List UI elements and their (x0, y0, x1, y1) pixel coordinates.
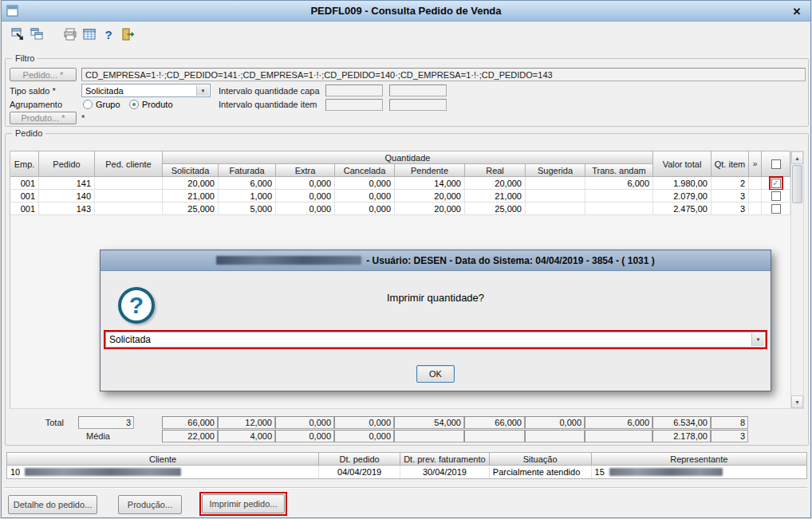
cell-pedido[interactable]: 141 (39, 177, 95, 190)
cell-pedido[interactable]: 143 (39, 202, 95, 215)
cell-cancelada[interactable]: 0,000 (335, 190, 395, 202)
print-button[interactable] (61, 25, 80, 44)
row-checkbox[interactable] (771, 191, 781, 201)
radio-grupo-icon[interactable] (83, 100, 93, 109)
column-header-dt-prev-faturamento[interactable]: Dt. prev. faturamento (400, 453, 490, 466)
cell-valor-total[interactable]: 1.980,00 (653, 177, 711, 190)
column-header-faturada[interactable]: Faturada (219, 164, 276, 177)
table-row[interactable]: 001 141 20,000 6,000 0,000 0,000 14,000 … (10, 177, 790, 190)
quantidade-combobox[interactable]: Solicitada ▼ (105, 332, 766, 348)
cell-pendente[interactable]: 20,000 (395, 202, 465, 215)
column-header-chevron[interactable]: » (749, 151, 762, 177)
column-header-representante[interactable]: Representante (592, 453, 806, 466)
column-header-trans-andam[interactable]: Trans. andam (585, 164, 653, 177)
cell-ped-cliente[interactable] (95, 177, 163, 190)
table-row[interactable]: 001 140 21,000 1,000 0,000 0,000 20,000 … (10, 190, 790, 202)
radio-grupo[interactable]: Grupo (83, 98, 120, 111)
cell-faturada[interactable]: 6,000 (219, 177, 276, 190)
radio-produto-icon[interactable] (129, 100, 139, 109)
cell-real[interactable]: 25,000 (465, 202, 526, 215)
cell-real[interactable]: 21,000 (465, 190, 526, 202)
column-header-qt-item[interactable]: Qt. item (711, 151, 749, 177)
column-header-pendente[interactable]: Pendente (395, 164, 465, 177)
pedido-filter-button[interactable]: Pedido... * (10, 68, 77, 81)
close-icon[interactable]: ✕ (789, 4, 805, 18)
exit-button[interactable] (118, 25, 137, 44)
column-header-real[interactable]: Real (465, 164, 526, 177)
cell-valor-total[interactable]: 2.475,00 (653, 202, 711, 215)
column-header-situacao[interactable]: Situação (490, 453, 592, 466)
vertical-scrollbar[interactable]: ▲ ▼ (790, 151, 804, 409)
column-header-cancelada[interactable]: Cancelada (335, 164, 395, 177)
cell-extra[interactable]: 0,000 (276, 177, 335, 190)
cliente-row[interactable]: 10 04/04/2019 30/04/2019 Parcialmente at… (7, 466, 806, 478)
cell-representante[interactable]: 15 (592, 466, 806, 478)
pedido-filter-value-field[interactable]: CD_EMPRESA=1·!·;CD_PEDIDO=141·;CD_EMPRES… (81, 68, 806, 81)
cell-pendente[interactable]: 20,000 (395, 190, 465, 202)
chevron-down-icon[interactable]: ▼ (751, 333, 764, 346)
cell-sugerida[interactable] (526, 190, 585, 202)
cell-real[interactable]: 20,000 (465, 177, 526, 190)
cell-cancelada[interactable]: 0,000 (335, 202, 395, 215)
scrollbar-thumb[interactable] (792, 165, 802, 203)
column-header-quantidade[interactable]: Quantidade (163, 151, 653, 164)
cell-trans-andam[interactable] (585, 190, 653, 202)
cell-dt-pedido[interactable]: 04/04/2019 (319, 466, 400, 478)
cell-pendente[interactable]: 14,000 (395, 177, 465, 190)
cell-cancelada[interactable]: 0,000 (335, 177, 395, 190)
detalhe-pedido-button[interactable]: Detalhe do pedido... (8, 495, 97, 514)
cell-valor-total[interactable]: 2.079,00 (653, 190, 711, 202)
cell-solicitada[interactable]: 25,000 (163, 202, 219, 215)
intervalo-capa-to-input[interactable] (389, 85, 447, 96)
intervalo-item-to-input[interactable] (389, 99, 447, 111)
cell-trans-andam[interactable] (585, 202, 653, 215)
cell-emp[interactable]: 001 (10, 190, 39, 202)
column-header-emp[interactable]: Emp. (10, 151, 39, 177)
column-header-sugerida[interactable]: Sugerida (526, 164, 585, 177)
cell-ped-cliente[interactable] (95, 190, 163, 202)
radio-produto[interactable]: Produto (129, 98, 173, 111)
scroll-up-icon[interactable]: ▲ (791, 151, 803, 164)
cell-sugerida[interactable] (526, 177, 585, 190)
cell-qt-item[interactable]: 3 (711, 190, 749, 202)
cell-emp[interactable]: 001 (10, 177, 39, 190)
help-button[interactable]: ? (99, 25, 118, 44)
cell-extra[interactable]: 0,000 (276, 202, 335, 215)
grid-view-button[interactable] (80, 25, 99, 44)
cell-pedido[interactable]: 140 (39, 190, 95, 202)
column-header-dt-pedido[interactable]: Dt. pedido (319, 453, 400, 466)
column-header-extra[interactable]: Extra (276, 164, 335, 177)
column-header-cliente[interactable]: Cliente (7, 453, 319, 466)
cell-ped-cliente[interactable] (95, 202, 163, 215)
cell-faturada[interactable]: 5,000 (219, 202, 276, 215)
column-header-solicitada[interactable]: Solicitada (163, 164, 219, 177)
chevron-down-icon[interactable]: ▼ (196, 85, 209, 96)
column-header-pedido[interactable]: Pedido (39, 151, 95, 177)
imprimir-pedido-button[interactable]: Imprimir pedido... (202, 494, 285, 513)
cell-qt-item[interactable]: 3 (711, 202, 749, 215)
producao-button[interactable]: Produção... (118, 495, 182, 514)
cell-solicitada[interactable]: 20,000 (163, 177, 219, 190)
cell-dt-prev-faturamento[interactable]: 30/04/2019 (400, 466, 490, 478)
cell-qt-item[interactable]: 2 (711, 177, 749, 190)
row-checkbox[interactable] (771, 204, 781, 214)
cell-emp[interactable]: 001 (10, 202, 39, 215)
cascade-windows-button[interactable] (27, 25, 46, 44)
cell-solicitada[interactable]: 21,000 (163, 190, 219, 202)
select-all-checkbox[interactable] (771, 159, 781, 169)
column-header-ped-cliente[interactable]: Ped. cliente (95, 151, 163, 177)
intervalo-item-from-input[interactable] (325, 99, 383, 111)
cell-situacao[interactable]: Parcialmente atendido (490, 466, 592, 478)
scroll-down-icon[interactable]: ▼ (791, 395, 803, 408)
ok-button[interactable]: OK (416, 365, 455, 383)
produto-filter-button[interactable]: Produto... * (10, 112, 77, 124)
cell-faturada[interactable]: 1,000 (219, 190, 276, 202)
table-row[interactable]: 001 143 25,000 5,000 0,000 0,000 20,000 … (10, 202, 790, 215)
tipo-saldo-combobox[interactable]: Solicitada ▼ (81, 84, 211, 97)
column-header-valor-total[interactable]: Valor total (653, 151, 711, 177)
cell-extra[interactable]: 0,000 (276, 190, 335, 202)
row-checkbox-checked[interactable]: ✓ (771, 179, 781, 188)
cell-sugerida[interactable] (526, 202, 585, 215)
run-arrow-button[interactable] (8, 25, 27, 44)
intervalo-capa-from-input[interactable] (325, 85, 383, 96)
